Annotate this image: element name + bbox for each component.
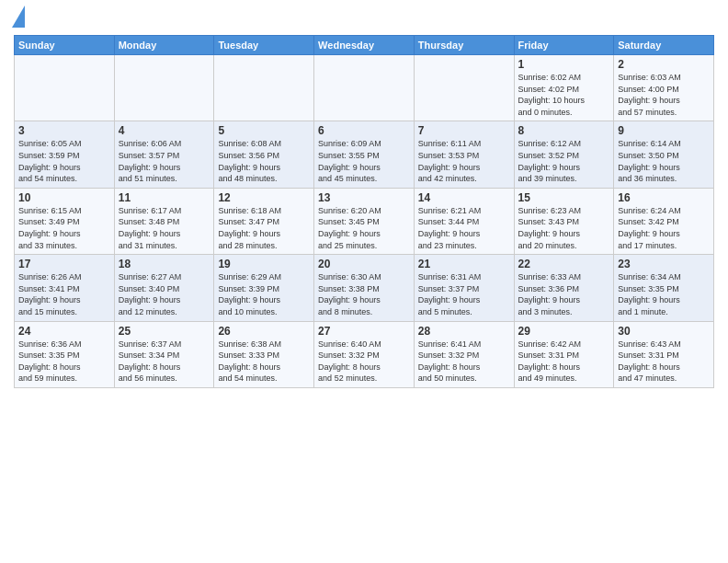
calendar-cell: 1Sunrise: 6:02 AM Sunset: 4:02 PM Daylig… (514, 55, 614, 121)
day-info: Sunrise: 6:41 AM Sunset: 3:32 PM Dayligh… (418, 339, 510, 385)
day-info: Sunrise: 6:26 AM Sunset: 3:41 PM Dayligh… (18, 271, 110, 317)
calendar-week-row: 1Sunrise: 6:02 AM Sunset: 4:02 PM Daylig… (15, 55, 714, 121)
calendar-cell: 14Sunrise: 6:21 AM Sunset: 3:44 PM Dayli… (414, 188, 514, 254)
calendar-cell: 3Sunrise: 6:05 AM Sunset: 3:59 PM Daylig… (15, 121, 115, 188)
day-number: 6 (318, 124, 410, 137)
calendar-cell: 11Sunrise: 6:17 AM Sunset: 3:48 PM Dayli… (114, 188, 214, 254)
day-info: Sunrise: 6:33 AM Sunset: 3:36 PM Dayligh… (518, 271, 610, 317)
day-info: Sunrise: 6:30 AM Sunset: 3:38 PM Dayligh… (318, 271, 410, 317)
calendar-cell: 5Sunrise: 6:08 AM Sunset: 3:56 PM Daylig… (214, 121, 314, 188)
header (14, 9, 714, 28)
day-number: 1 (518, 58, 610, 71)
day-number: 5 (218, 124, 310, 137)
day-number: 21 (418, 258, 510, 270)
day-info: Sunrise: 6:05 AM Sunset: 3:59 PM Dayligh… (18, 138, 110, 184)
calendar-week-row: 3Sunrise: 6:05 AM Sunset: 3:59 PM Daylig… (15, 121, 714, 188)
calendar-cell: 26Sunrise: 6:38 AM Sunset: 3:33 PM Dayli… (214, 321, 314, 387)
day-number: 16 (618, 191, 710, 204)
calendar-cell: 27Sunrise: 6:40 AM Sunset: 3:32 PM Dayli… (314, 321, 415, 387)
weekday-header: Friday (514, 36, 614, 55)
day-info: Sunrise: 6:31 AM Sunset: 3:37 PM Dayligh… (418, 271, 510, 317)
day-number: 26 (218, 325, 310, 338)
day-number: 30 (618, 325, 710, 338)
calendar-cell: 7Sunrise: 6:11 AM Sunset: 3:53 PM Daylig… (414, 121, 514, 188)
day-number: 18 (119, 258, 210, 270)
calendar-cell: 18Sunrise: 6:27 AM Sunset: 3:40 PM Dayli… (114, 255, 214, 321)
weekday-header: Tuesday (214, 36, 314, 55)
day-info: Sunrise: 6:09 AM Sunset: 3:55 PM Dayligh… (318, 138, 410, 184)
day-info: Sunrise: 6:11 AM Sunset: 3:53 PM Dayligh… (418, 138, 510, 184)
page-container: SundayMondayTuesdayWednesdayThursdayFrid… (0, 0, 728, 393)
day-number: 17 (18, 258, 110, 270)
calendar-cell (114, 55, 214, 121)
day-info: Sunrise: 6:27 AM Sunset: 3:40 PM Dayligh… (119, 271, 210, 317)
day-info: Sunrise: 6:34 AM Sunset: 3:35 PM Dayligh… (618, 271, 710, 317)
calendar-cell: 9Sunrise: 6:14 AM Sunset: 3:50 PM Daylig… (614, 121, 714, 188)
day-info: Sunrise: 6:21 AM Sunset: 3:44 PM Dayligh… (418, 205, 510, 251)
calendar-cell: 19Sunrise: 6:29 AM Sunset: 3:39 PM Dayli… (214, 255, 314, 321)
day-number: 8 (518, 124, 610, 137)
day-info: Sunrise: 6:12 AM Sunset: 3:52 PM Dayligh… (518, 138, 610, 184)
calendar-cell: 4Sunrise: 6:06 AM Sunset: 3:57 PM Daylig… (114, 121, 214, 188)
calendar-cell: 2Sunrise: 6:03 AM Sunset: 4:00 PM Daylig… (614, 55, 714, 121)
weekday-header: Sunday (15, 36, 115, 55)
day-number: 14 (418, 191, 510, 204)
day-info: Sunrise: 6:18 AM Sunset: 3:47 PM Dayligh… (218, 205, 310, 251)
calendar-body: 1Sunrise: 6:02 AM Sunset: 4:02 PM Daylig… (15, 55, 714, 388)
day-number: 27 (318, 325, 410, 338)
day-number: 4 (119, 124, 210, 137)
day-number: 2 (618, 58, 710, 71)
calendar-cell: 23Sunrise: 6:34 AM Sunset: 3:35 PM Dayli… (614, 255, 714, 321)
day-info: Sunrise: 6:23 AM Sunset: 3:43 PM Dayligh… (518, 205, 610, 251)
day-info: Sunrise: 6:37 AM Sunset: 3:34 PM Dayligh… (119, 339, 210, 385)
calendar-cell: 8Sunrise: 6:12 AM Sunset: 3:52 PM Daylig… (514, 121, 614, 188)
logo (14, 9, 25, 28)
calendar-cell: 12Sunrise: 6:18 AM Sunset: 3:47 PM Dayli… (214, 188, 314, 254)
calendar-cell: 10Sunrise: 6:15 AM Sunset: 3:49 PM Dayli… (15, 188, 115, 254)
calendar-cell: 6Sunrise: 6:09 AM Sunset: 3:55 PM Daylig… (314, 121, 415, 188)
day-number: 12 (218, 191, 310, 204)
weekday-header: Monday (114, 36, 214, 55)
day-info: Sunrise: 6:24 AM Sunset: 3:42 PM Dayligh… (618, 205, 710, 251)
day-number: 25 (119, 325, 210, 338)
day-number: 24 (18, 325, 110, 338)
day-info: Sunrise: 6:14 AM Sunset: 3:50 PM Dayligh… (618, 138, 710, 184)
calendar-cell: 16Sunrise: 6:24 AM Sunset: 3:42 PM Dayli… (614, 188, 714, 254)
day-number: 10 (18, 191, 110, 204)
calendar-cell (15, 55, 115, 121)
calendar-cell: 13Sunrise: 6:20 AM Sunset: 3:45 PM Dayli… (314, 188, 415, 254)
calendar-cell (214, 55, 314, 121)
day-info: Sunrise: 6:36 AM Sunset: 3:35 PM Dayligh… (18, 339, 110, 385)
calendar-cell: 28Sunrise: 6:41 AM Sunset: 3:32 PM Dayli… (414, 321, 514, 387)
calendar-header: SundayMondayTuesdayWednesdayThursdayFrid… (15, 36, 714, 55)
weekday-header: Thursday (414, 36, 514, 55)
weekday-header: Saturday (614, 36, 714, 55)
calendar-cell: 25Sunrise: 6:37 AM Sunset: 3:34 PM Dayli… (114, 321, 214, 387)
calendar-cell (314, 55, 415, 121)
day-info: Sunrise: 6:29 AM Sunset: 3:39 PM Dayligh… (218, 271, 310, 317)
day-info: Sunrise: 6:38 AM Sunset: 3:33 PM Dayligh… (218, 339, 310, 385)
day-info: Sunrise: 6:06 AM Sunset: 3:57 PM Dayligh… (119, 138, 210, 184)
calendar-week-row: 17Sunrise: 6:26 AM Sunset: 3:41 PM Dayli… (15, 255, 714, 321)
day-number: 3 (18, 124, 110, 137)
calendar-cell: 30Sunrise: 6:43 AM Sunset: 3:31 PM Dayli… (614, 321, 714, 387)
calendar-table: SundayMondayTuesdayWednesdayThursdayFrid… (14, 35, 714, 388)
day-number: 11 (119, 191, 210, 204)
day-info: Sunrise: 6:03 AM Sunset: 4:00 PM Dayligh… (618, 72, 710, 118)
day-number: 22 (518, 258, 610, 270)
day-info: Sunrise: 6:08 AM Sunset: 3:56 PM Dayligh… (218, 138, 310, 184)
calendar-week-row: 10Sunrise: 6:15 AM Sunset: 3:49 PM Dayli… (15, 188, 714, 254)
day-info: Sunrise: 6:15 AM Sunset: 3:49 PM Dayligh… (18, 205, 110, 251)
day-info: Sunrise: 6:02 AM Sunset: 4:02 PM Dayligh… (518, 72, 610, 118)
calendar-cell: 17Sunrise: 6:26 AM Sunset: 3:41 PM Dayli… (15, 255, 115, 321)
day-number: 20 (318, 258, 410, 270)
day-info: Sunrise: 6:20 AM Sunset: 3:45 PM Dayligh… (318, 205, 410, 251)
weekday-header: Wednesday (314, 36, 415, 55)
day-info: Sunrise: 6:43 AM Sunset: 3:31 PM Dayligh… (618, 339, 710, 385)
day-info: Sunrise: 6:42 AM Sunset: 3:31 PM Dayligh… (518, 339, 610, 385)
day-number: 7 (418, 124, 510, 137)
day-number: 13 (318, 191, 410, 204)
day-info: Sunrise: 6:40 AM Sunset: 3:32 PM Dayligh… (318, 339, 410, 385)
calendar-cell: 20Sunrise: 6:30 AM Sunset: 3:38 PM Dayli… (314, 255, 415, 321)
calendar-cell: 21Sunrise: 6:31 AM Sunset: 3:37 PM Dayli… (414, 255, 514, 321)
